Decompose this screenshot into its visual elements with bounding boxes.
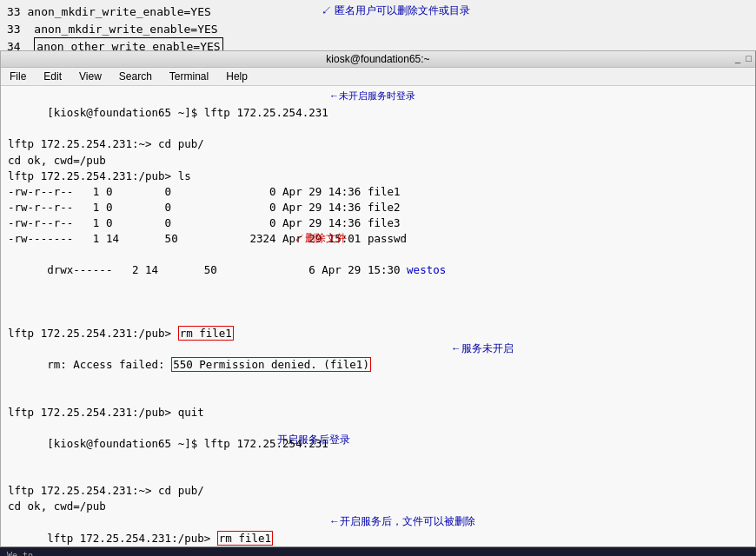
top-annotation-area: 33 anon_mkdir_write_enable=YES 33 anon_m… <box>0 0 756 50</box>
terminal-line-13: [kiosk@foundation65 ~]$ lftp 172.25.254.… <box>8 420 748 484</box>
terminal-line-11: rm: Access failed: 550 Permission denied… <box>8 341 748 405</box>
terminal-line-10: lftp 172.25.254.231:/pub> rm file1 <box>8 326 748 341</box>
terminal-line-16: lftp 172.25.254.231:/pub> rm file1 ←开启服务… <box>8 514 748 546</box>
rm-file1-box-2: rm file1 <box>217 531 273 546</box>
minimize-button[interactable]: _ <box>735 53 740 63</box>
terminal-line-5: -rw-r--r-- 1 0 0 0 Apr 29 14:36 file1 <box>8 184 748 200</box>
window-controls: _ □ <box>735 53 752 63</box>
menu-search[interactable]: Search <box>116 70 156 83</box>
rm-file1-box-1: rm file1 <box>178 326 234 341</box>
window-title: kiosk@foundation65:~ <box>326 53 429 65</box>
terminal-line-6: -rw-r--r-- 1 0 0 0 Apr 29 14:36 file2 <box>8 200 748 215</box>
bottom-bar: We to <box>0 547 756 556</box>
terminal-line-14: lftp 172.25.254.231:~> cd pub/ <box>8 483 748 499</box>
terminal-window: kiosk@foundation65:~ _ □ File Edit View … <box>0 50 756 547</box>
terminal-line-2: lftp 172.25.254.231:~> cd pub/ <box>8 136 748 152</box>
annotation-delete-file: ↙删除文件 <box>295 231 347 246</box>
menu-help[interactable]: Help <box>222 70 251 83</box>
terminal-line-7: -rw-r--r-- 1 0 0 0 Apr 29 14:36 file3 <box>8 215 748 231</box>
terminal-content: [kiosk@foundation65 ~]$ lftp 172.25.254.… <box>1 86 755 546</box>
menu-terminal[interactable]: Terminal <box>166 70 212 83</box>
terminal-line-12: lftp 172.25.254.231:/pub> quit <box>8 405 748 420</box>
annotation-can-delete: ←开启服务后，文件可以被删除 <box>329 514 475 529</box>
menu-file[interactable]: File <box>6 70 30 83</box>
terminal-line-1: [kiosk@foundation65 ~]$ lftp 172.25.254.… <box>8 89 748 136</box>
top-annotation-text: ↙ 匿名用户可以删除文件或目录 <box>322 3 470 18</box>
terminal-line-8: -rw------- 1 14 50 2324 Apr 29 15:01 pas… <box>8 231 748 247</box>
terminal-line-4: lftp 172.25.254.231:/pub> ls <box>8 169 748 184</box>
terminal-line-15: cd ok, cwd=/pub <box>8 499 748 514</box>
menu-edit[interactable]: Edit <box>40 70 65 83</box>
annotation-not-started: ←未开启服务时登录 <box>329 89 415 103</box>
terminal-line-9: drwx------ 2 14 50 6 Apr 29 15:30 westos… <box>8 247 748 326</box>
menu-bar: File Edit View Search Terminal Help <box>1 68 755 86</box>
menu-view[interactable]: View <box>76 70 105 83</box>
title-bar: kiosk@foundation65:~ _ □ <box>1 51 755 68</box>
terminal-line-3: cd ok, cwd=/pub <box>8 153 748 169</box>
watermark-text: We to <box>7 551 33 557</box>
annotation-after-start: 开启服务后登录 <box>277 433 350 447</box>
westos-link-1: westos <box>407 263 446 276</box>
permission-denied-box: 550 Permission denied. (file1) <box>171 357 371 372</box>
maximize-button[interactable]: □ <box>746 53 752 63</box>
annotation-service-not-started: ←服务未开启 <box>451 341 514 356</box>
